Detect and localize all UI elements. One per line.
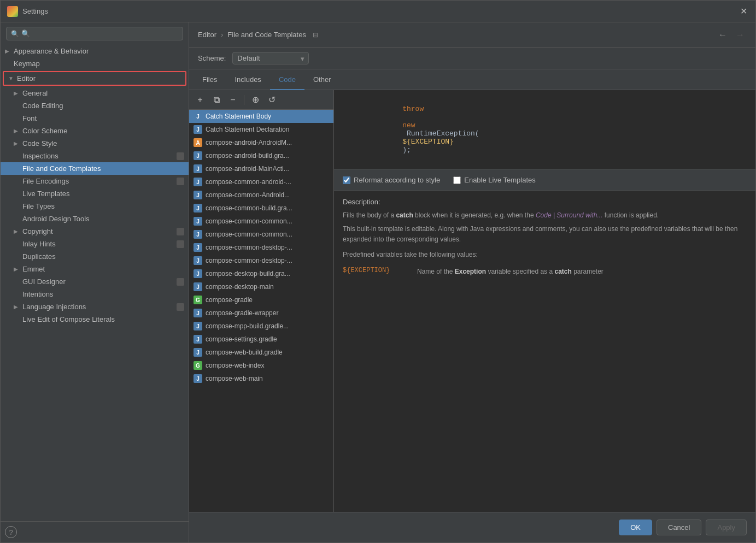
live-templates-checkbox[interactable] bbox=[453, 176, 461, 184]
sidebar-item-label: Intentions bbox=[22, 290, 53, 298]
sidebar-item-android-design[interactable]: Android Design Tools bbox=[1, 213, 189, 225]
template-icon: J bbox=[194, 191, 202, 199]
sidebar-item-keymap[interactable]: Keymap bbox=[1, 57, 189, 70]
template-icon: J bbox=[194, 309, 202, 317]
template-item-compose-common-desktop2[interactable]: J compose-common-desktop-... bbox=[189, 254, 333, 267]
sidebar-item-label: Appearance & Behavior bbox=[14, 47, 89, 55]
template-label: compose-desktop-main bbox=[206, 283, 274, 291]
template-item-compose-common-android2[interactable]: J compose-common-Android... bbox=[189, 188, 333, 202]
sidebar-item-live-templates[interactable]: Live Templates bbox=[1, 187, 189, 200]
code-editor[interactable]: throw new RuntimeException( ${EXCEPTION}… bbox=[334, 90, 755, 169]
expand-arrow bbox=[14, 291, 20, 297]
breadcrumb-icon: ⊟ bbox=[313, 31, 318, 39]
expand-arrow: ▶ bbox=[14, 304, 20, 310]
template-item-compose-common-build[interactable]: J compose-common-build.gra... bbox=[189, 202, 333, 215]
var-desc-exception: Name of the Exception variable specified… bbox=[417, 267, 603, 276]
sidebar-item-label: General bbox=[22, 89, 48, 97]
sidebar-item-intentions[interactable]: Intentions bbox=[1, 288, 189, 300]
settings-window: Settings ✕ 🔍 ▶ Appearance & Behavior Key… bbox=[0, 0, 756, 543]
sidebar-item-label: File Encodings bbox=[22, 177, 69, 185]
live-templates-label: Enable Live Templates bbox=[464, 176, 536, 184]
sidebar-item-language-injections[interactable]: ▶ Language Injections bbox=[1, 300, 189, 313]
duplicate-template-button[interactable]: ⊕ bbox=[249, 93, 262, 107]
template-item-compose-common-common2[interactable]: J compose-common-common... bbox=[189, 228, 333, 241]
expand-arrow: ▶ bbox=[14, 128, 20, 134]
template-label: compose-web-build.gradle bbox=[206, 349, 283, 356]
sidebar-item-file-code-templates[interactable]: File and Code Templates bbox=[1, 162, 189, 175]
ok-button[interactable]: OK bbox=[619, 520, 652, 535]
template-label: compose-gradle-wrapper bbox=[206, 309, 278, 317]
template-item-compose-android-m[interactable]: A compose-android-AndroidM... bbox=[189, 136, 333, 149]
desc-paragraph-2: This built-in template is editable. Alon… bbox=[343, 224, 747, 245]
sidebar-item-label: Emmet bbox=[22, 265, 45, 273]
app-icon bbox=[7, 6, 18, 17]
close-button[interactable]: ✕ bbox=[740, 7, 749, 16]
template-item-compose-web-build[interactable]: J compose-web-build.gradle bbox=[189, 346, 333, 359]
template-item-compose-common-common1[interactable]: J compose-common-common... bbox=[189, 215, 333, 228]
help-button[interactable]: ? bbox=[5, 526, 17, 538]
sidebar-item-color-scheme[interactable]: ▶ Color Scheme bbox=[1, 125, 189, 137]
expand-arrow bbox=[14, 253, 20, 259]
template-item-compose-desktop-build[interactable]: J compose-desktop-build.gra... bbox=[189, 267, 333, 280]
panel-actions: ← → bbox=[716, 29, 747, 41]
sidebar-item-emmet[interactable]: ▶ Emmet bbox=[1, 263, 189, 275]
sidebar-item-inspections[interactable]: Inspections bbox=[1, 150, 189, 162]
breadcrumb-page: File and Code Templates bbox=[227, 31, 306, 39]
nav-forward-button[interactable]: → bbox=[734, 29, 747, 41]
sidebar-item-font[interactable]: Font bbox=[1, 112, 189, 125]
reformat-checkbox[interactable] bbox=[343, 176, 350, 184]
template-item-compose-common-desktop1[interactable]: J compose-common-desktop-... bbox=[189, 241, 333, 254]
template-item-compose-web-index[interactable]: G compose-web-index bbox=[189, 359, 333, 372]
template-item-compose-android-build[interactable]: J compose-android-build.gra... bbox=[189, 149, 333, 162]
template-item-catch-decl[interactable]: J Catch Statement Declaration bbox=[189, 123, 333, 136]
sidebar-item-live-edit[interactable]: Live Edit of Compose Literals bbox=[1, 313, 189, 326]
sidebar-item-file-types[interactable]: File Types bbox=[1, 200, 189, 213]
template-item-compose-common-android1[interactable]: J compose-common-android-... bbox=[189, 175, 333, 188]
live-templates-checkbox-label[interactable]: Enable Live Templates bbox=[453, 176, 536, 184]
copy-template-button[interactable]: ⧉ bbox=[210, 93, 223, 107]
template-label: compose-common-common... bbox=[206, 231, 292, 238]
template-item-compose-settings[interactable]: J compose-settings.gradle bbox=[189, 333, 333, 346]
tab-other[interactable]: Other bbox=[304, 69, 340, 90]
expand-arrow: ▼ bbox=[8, 75, 15, 81]
options-row: Reformat according to style Enable Live … bbox=[334, 169, 755, 191]
template-item-catch-body[interactable]: J Catch Statement Body bbox=[189, 110, 333, 123]
tab-files[interactable]: Files bbox=[194, 69, 226, 90]
sidebar-item-general[interactable]: ▶ General bbox=[1, 87, 189, 99]
sidebar-item-inlay-hints[interactable]: Inlay Hints bbox=[1, 238, 189, 250]
sidebar-item-code-style[interactable]: ▶ Code Style bbox=[1, 137, 189, 150]
template-icon: J bbox=[194, 178, 202, 186]
sidebar-item-copyright[interactable]: ▶ Copyright bbox=[1, 225, 189, 238]
reset-template-button[interactable]: ↺ bbox=[265, 93, 278, 107]
sidebar-item-gui-designer[interactable]: GUI Designer bbox=[1, 275, 189, 288]
panel-header: Editor › File and Code Templates ⊟ ← → bbox=[189, 22, 755, 48]
search-box[interactable]: 🔍 bbox=[6, 27, 183, 40]
tab-includes[interactable]: Includes bbox=[226, 69, 269, 90]
template-item-compose-android-main[interactable]: J compose-android-MainActi... bbox=[189, 162, 333, 175]
reformat-label: Reformat according to style bbox=[354, 176, 440, 184]
scheme-select[interactable]: Default Project bbox=[232, 52, 309, 64]
sidebar-item-duplicates[interactable]: Duplicates bbox=[1, 250, 189, 263]
apply-button[interactable]: Apply bbox=[706, 520, 747, 535]
sidebar-item-label: Live Edit of Compose Literals bbox=[22, 315, 115, 323]
template-item-compose-gradle[interactable]: G compose-gradle bbox=[189, 293, 333, 306]
tab-code[interactable]: Code bbox=[270, 69, 304, 90]
cancel-button[interactable]: Cancel bbox=[657, 520, 701, 535]
sidebar-item-code-editing[interactable]: Code Editing bbox=[1, 99, 189, 112]
sidebar-item-file-encodings[interactable]: File Encodings bbox=[1, 175, 189, 187]
template-item-compose-desktop-main[interactable]: J compose-desktop-main bbox=[189, 280, 333, 293]
expand-arrow: ▶ bbox=[14, 228, 20, 234]
nav-back-button[interactable]: ← bbox=[716, 29, 729, 41]
template-icon: J bbox=[194, 322, 202, 330]
template-item-compose-gradle-wrapper[interactable]: J compose-gradle-wrapper bbox=[189, 306, 333, 320]
template-item-compose-web-main[interactable]: J compose-web-main bbox=[189, 372, 333, 385]
add-template-button[interactable]: + bbox=[194, 93, 207, 107]
reformat-checkbox-label[interactable]: Reformat according to style bbox=[343, 176, 440, 184]
sidebar-item-appearance[interactable]: ▶ Appearance & Behavior bbox=[1, 45, 189, 57]
search-input[interactable] bbox=[21, 29, 178, 38]
template-item-compose-mpp-build[interactable]: J compose-mpp-build.gradle... bbox=[189, 320, 333, 333]
sidebar-item-editor[interactable]: ▼ Editor bbox=[4, 72, 185, 85]
remove-template-button[interactable]: − bbox=[226, 93, 239, 107]
sidebar-tree: ▶ Appearance & Behavior Keymap ▼ Editor bbox=[1, 45, 189, 521]
bottom-bar: OK Cancel Apply bbox=[189, 512, 755, 542]
